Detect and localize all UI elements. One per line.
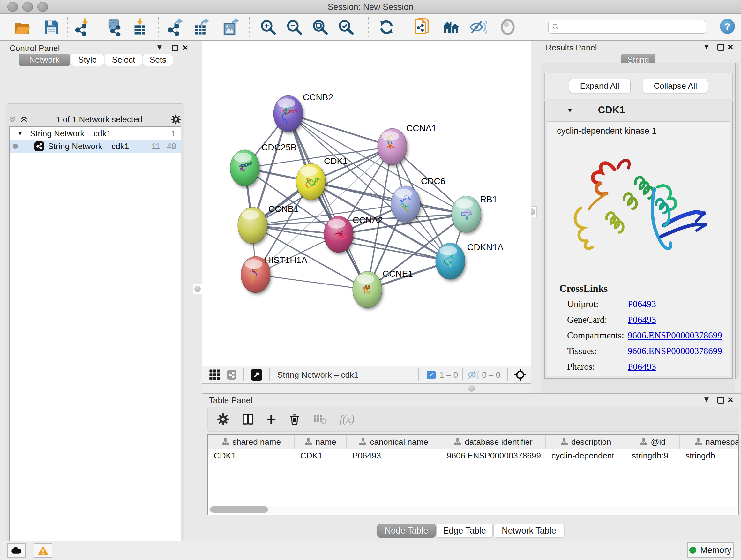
horizontal-splitter[interactable] (202, 384, 531, 393)
refresh-button[interactable] (378, 17, 395, 37)
network-node-CCNA1[interactable] (378, 128, 407, 165)
zoom-fit-button[interactable] (311, 17, 329, 37)
cell-name[interactable]: CDK1 (294, 449, 347, 462)
table-settings-gear-icon[interactable] (217, 413, 229, 426)
column-header-shared-name[interactable]: shared name (208, 435, 294, 449)
control-panel-float-icon[interactable] (172, 45, 179, 51)
results-panel-collapse-icon[interactable]: ▼ (703, 42, 711, 51)
table-panel-collapse-icon[interactable]: ▼ (703, 395, 711, 404)
show-columns-icon[interactable] (242, 413, 254, 426)
expand-all-button[interactable]: Expand All (569, 79, 630, 93)
tab-network-table[interactable]: Network Table (493, 523, 564, 538)
column-header-description[interactable]: description (546, 435, 626, 449)
network-type-icon[interactable] (227, 370, 237, 380)
export-table-button[interactable] (193, 17, 211, 37)
column-header-canonical-name[interactable]: canonical name (347, 435, 441, 449)
column-header-database-identifier[interactable]: database identifier (441, 435, 546, 449)
network-node-CCNB1[interactable] (238, 207, 267, 244)
control-panel-close-icon[interactable]: × (183, 42, 188, 53)
warning-status-button[interactable] (34, 543, 52, 558)
left-splitter-handle[interactable] (193, 284, 202, 294)
network-node-CCNE1[interactable] (353, 271, 382, 308)
collapse-all-icon[interactable] (8, 115, 17, 124)
crosslink-compartments-link[interactable]: 9606.ENSP00000378699 (628, 330, 730, 341)
network-node-CCNA2[interactable] (324, 216, 353, 253)
window-title: Session: New Session (0, 2, 741, 12)
column-header-name[interactable]: name (294, 435, 347, 449)
cell-canonical-name[interactable]: P06493 (347, 449, 441, 462)
network-selection-bar: 1 of 1 Network selected (8, 112, 182, 127)
collection-expand-icon[interactable]: ▼ (17, 130, 23, 137)
network-row[interactable]: String Network – cdk1 11 48 (10, 140, 181, 152)
cell-id[interactable]: stringdb:9... (626, 449, 680, 462)
expand-all-icon[interactable] (20, 115, 28, 124)
column-header-namespace[interactable]: namespace (680, 435, 739, 449)
gene-section-header[interactable]: ▼ CDK1 (544, 101, 733, 119)
crosslink-uniprot-link[interactable]: P06493 (628, 299, 730, 309)
crosslink-label: GeneCard: (567, 314, 628, 325)
export-network-button[interactable] (167, 17, 185, 37)
zoom-out-button[interactable]: − (285, 17, 303, 37)
selected-checkbox-icon[interactable]: ✓ (427, 371, 435, 379)
network-view-canvas[interactable]: CCNB2CCNA1CDC25BCDK1CDC6RB1CCNB1CCNA2CDK… (202, 41, 531, 366)
save-session-button[interactable] (43, 17, 60, 37)
string-query-button[interactable] (414, 17, 431, 37)
network-node-CCNB2[interactable] (273, 96, 303, 132)
table-horizontal-scrollbar[interactable] (209, 506, 738, 513)
help-button[interactable]: ? (720, 19, 735, 34)
show-graphics-button[interactable] (499, 17, 517, 37)
import-table-button[interactable] (131, 17, 149, 37)
results-panel-close-icon[interactable]: × (728, 42, 733, 52)
home-button[interactable] (442, 17, 460, 37)
table-row[interactable]: CDK1 CDK1 P06493 9606.ENSP00000378699 cy… (208, 449, 739, 462)
birdseye-grid-icon[interactable] (209, 369, 220, 381)
zoom-selected-button[interactable] (337, 17, 355, 37)
results-panel-float-icon[interactable] (718, 44, 724, 51)
network-node-CDC6[interactable] (391, 186, 420, 222)
zoom-in-button[interactable]: + (259, 17, 277, 37)
memory-button[interactable]: Memory (687, 543, 734, 558)
cloud-status-button[interactable] (7, 543, 25, 558)
network-node-RB1[interactable] (452, 196, 481, 233)
table-panel-close-icon[interactable]: × (728, 394, 733, 405)
node-label-CCNA1: CCNA1 (406, 123, 436, 133)
network-node-CDC25B[interactable] (230, 150, 259, 186)
crosshair-icon[interactable] (514, 369, 526, 381)
tab-node-table[interactable]: Node Table (377, 523, 435, 538)
open-session-button[interactable] (13, 17, 31, 37)
search-input[interactable] (548, 20, 706, 34)
tab-style[interactable]: Style (71, 54, 104, 66)
table-panel-float-icon[interactable] (718, 397, 724, 403)
import-network-database-button[interactable] (105, 17, 123, 37)
cell-description[interactable]: cyclin-dependent ... (546, 449, 626, 462)
node-table[interactable]: shared name name canonical name database… (207, 434, 739, 515)
hide-graphics-button[interactable] (469, 17, 487, 37)
gene-collapse-icon[interactable]: ▼ (567, 107, 573, 114)
cell-namespace[interactable]: stringdb (680, 449, 739, 462)
results-scrollbar[interactable] (735, 63, 739, 379)
export-image-button[interactable] (223, 17, 241, 37)
crosslink-pharos-link[interactable]: P06493 (628, 361, 730, 372)
node-label-CCNE1: CCNE1 (383, 269, 413, 279)
scrollbar-thumb[interactable] (210, 506, 268, 513)
string-network-graph[interactable]: CCNB2CCNA1CDC25BCDK1CDC6RB1CCNB1CCNA2CDK… (202, 41, 531, 366)
column-header-id[interactable]: @id (626, 435, 680, 449)
collapse-all-button[interactable]: Collapse All (643, 79, 709, 93)
detach-view-button[interactable] (251, 369, 262, 381)
network-node-CDK1[interactable] (296, 164, 326, 200)
tab-edge-table[interactable]: Edge Table (436, 523, 493, 538)
network-options-gear-icon[interactable] (171, 114, 181, 125)
tab-select[interactable]: Select (105, 54, 142, 66)
delete-column-trash-icon[interactable] (288, 413, 301, 426)
tab-network[interactable]: Network (18, 54, 70, 66)
import-network-file-button[interactable] (74, 17, 92, 37)
cell-shared-name[interactable]: CDK1 (208, 449, 294, 462)
network-node-CDKN1A[interactable] (435, 243, 465, 279)
network-collection-row[interactable]: ▼ String Network – cdk1 1 (10, 127, 181, 140)
crosslink-tissues-link[interactable]: 9606.ENSP00000378699 (628, 346, 730, 356)
add-column-icon[interactable]: + (266, 413, 276, 426)
control-panel-collapse-icon[interactable]: ▼ (156, 43, 163, 52)
cell-database-identifier[interactable]: 9606.ENSP00000378699 (441, 449, 546, 462)
tab-sets[interactable]: Sets (143, 54, 173, 66)
crosslink-genecard-link[interactable]: P06493 (628, 314, 730, 325)
